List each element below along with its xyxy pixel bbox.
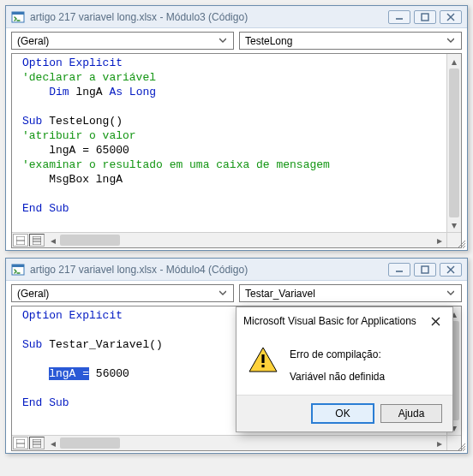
chevron-down-icon [444, 38, 458, 45]
error-message-box: Microsoft Visual Basic for Applications … [236, 306, 453, 432]
msgbox-line2: Variável não definida [290, 369, 385, 384]
procedure-combo[interactable]: TesteLong [239, 32, 462, 50]
window-title: artigo 217 variavel long.xlsx - Módulo4 … [30, 264, 388, 276]
svg-rect-24 [261, 354, 264, 363]
procedure-combo-value: TesteLong [245, 35, 444, 47]
full-module-view-button[interactable] [29, 234, 45, 247]
scroll-down-icon[interactable]: ▾ [447, 217, 461, 232]
warning-icon [248, 347, 278, 384]
svg-rect-1 [12, 12, 24, 15]
procedure-combo-value: Testar_Variavel [245, 288, 444, 300]
scroll-left-icon[interactable]: ◂ [45, 235, 60, 247]
procedure-combo[interactable]: Testar_Variavel [239, 284, 462, 302]
svg-rect-3 [422, 14, 428, 21]
svg-rect-25 [261, 365, 264, 367]
msgbox-title: Microsoft Visual Basic for Applications [243, 315, 425, 327]
msgbox-titlebar[interactable]: Microsoft Visual Basic for Applications [236, 307, 452, 335]
maximize-button[interactable] [414, 10, 436, 24]
dropdown-bar: (Geral) Testar_Variavel [6, 281, 467, 306]
code-pane: Option Explicit 'declarar a variável Dim… [11, 53, 462, 248]
procedure-view-button[interactable] [13, 437, 28, 449]
svg-rect-8 [33, 236, 41, 245]
code-window-module4: artigo 217 variavel long.xlsx - Módulo4 … [5, 258, 468, 454]
close-button[interactable] [440, 10, 462, 24]
minimize-button[interactable] [388, 263, 410, 277]
ok-button[interactable]: OK [312, 404, 374, 423]
svg-rect-12 [12, 265, 24, 267]
object-combo[interactable]: (Geral) [11, 32, 234, 50]
object-combo[interactable]: (Geral) [11, 284, 234, 302]
code-window-module3: artigo 217 variavel long.xlsx - Módulo3 … [5, 5, 468, 251]
msgbox-line1: Erro de compilação: [290, 347, 385, 362]
svg-rect-14 [422, 266, 428, 273]
vba-module-icon [11, 263, 25, 277]
resize-grip-icon[interactable] [455, 238, 465, 248]
chevron-down-icon [216, 38, 230, 45]
scroll-right-icon[interactable]: ▸ [432, 235, 446, 247]
procedure-view-button[interactable] [13, 234, 28, 247]
object-combo-value: (Geral) [17, 288, 216, 300]
close-icon[interactable] [425, 312, 446, 330]
minimize-button[interactable] [388, 10, 410, 24]
scroll-up-icon[interactable]: ▴ [447, 54, 461, 68]
vertical-scrollbar[interactable]: ▴ ▾ [446, 54, 461, 232]
msgbox-text: Erro de compilação: Variável não definid… [290, 347, 385, 384]
maximize-button[interactable] [414, 263, 436, 277]
bottom-bar: ◂ ▸ [12, 435, 461, 450]
bottom-bar: ◂ ▸ [12, 232, 461, 247]
dropdown-bar: (Geral) TesteLong [6, 28, 467, 53]
scroll-right-icon[interactable]: ▸ [432, 437, 446, 449]
chevron-down-icon [216, 290, 230, 297]
code-editor[interactable]: Option Explicit 'declarar a variável Dim… [12, 54, 446, 232]
help-button[interactable]: Ajuda [380, 404, 442, 423]
msgbox-button-row: OK Ajuda [236, 396, 452, 431]
resize-grip-icon[interactable] [455, 441, 465, 451]
object-combo-value: (Geral) [17, 35, 216, 47]
svg-rect-19 [33, 439, 41, 448]
titlebar[interactable]: artigo 217 variavel long.xlsx - Módulo4 … [6, 259, 467, 281]
window-title: artigo 217 variavel long.xlsx - Módulo3 … [30, 11, 388, 23]
horizontal-scrollbar[interactable]: ◂ ▸ [45, 233, 446, 247]
horizontal-scrollbar[interactable]: ◂ ▸ [45, 436, 446, 450]
close-button[interactable] [440, 263, 462, 277]
full-module-view-button[interactable] [29, 437, 45, 449]
titlebar[interactable]: artigo 217 variavel long.xlsx - Módulo3 … [6, 6, 467, 28]
chevron-down-icon [444, 290, 458, 297]
scroll-left-icon[interactable]: ◂ [45, 437, 60, 449]
vba-module-icon [11, 10, 25, 24]
